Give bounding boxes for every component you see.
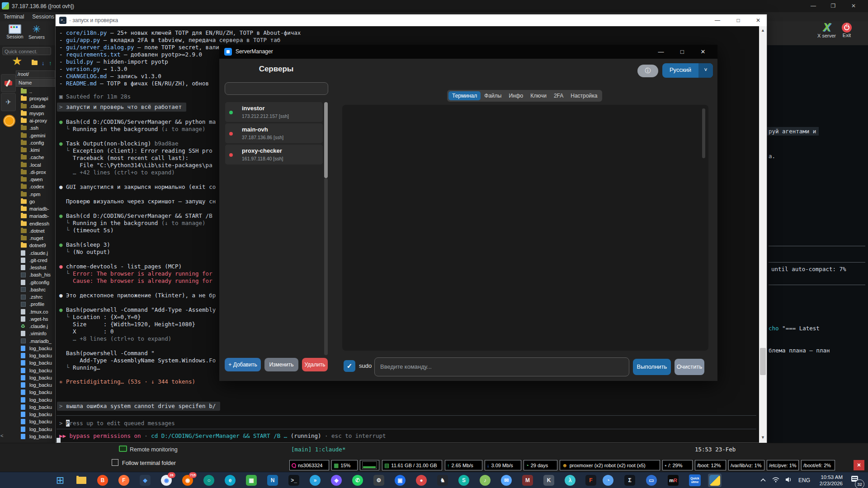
output-scroll-thumb[interactable] [702,108,705,158]
language-indicator[interactable]: ENG [798,477,810,483]
notification-count-badge[interactable]: 32 [855,479,864,488]
file-row[interactable]: log_backu [16,367,55,374]
file-row[interactable]: mariadb- [16,205,55,212]
file-row[interactable]: .tmux.co [16,308,55,315]
app-icon[interactable]: ◆ [138,474,152,487]
upload-icon[interactable]: ↑ [49,60,52,66]
file-row[interactable]: log_backu [16,345,55,352]
start-icon[interactable]: ⊞ [53,474,67,487]
file-row[interactable]: log_backu [16,411,55,418]
close-button[interactable]: ✕ [749,16,767,25]
app-icon[interactable]: K [542,474,556,487]
file-row[interactable]: log_backu [16,352,55,359]
file-row[interactable]: .mariadb_ [16,338,55,345]
server-item-investor[interactable]: investor173.212.212.157 [ssh] [225,102,323,122]
chrome-icon[interactable]: ◉26 [160,474,173,487]
name-column-header[interactable]: Name [16,79,55,87]
file-row[interactable]: ♻.claude.j [16,323,55,330]
telegram-icon[interactable]: » [308,474,322,487]
menu-terminal[interactable]: Terminal [4,14,24,20]
sudo-checkbox[interactable]: ✓ [344,360,355,372]
file-row[interactable]: endlessh [16,220,55,227]
tools-button[interactable] [1,74,16,92]
figma-icon[interactable]: F [584,474,598,487]
path-input[interactable]: /root/ [16,70,55,78]
x-server-button[interactable]: X X server [817,22,836,38]
app-icon[interactable]: ▣ [393,474,407,487]
file-row[interactable]: .gemini [16,132,55,139]
globe-icon[interactable] [3,115,15,127]
file-row[interactable]: .viminfo [16,330,55,337]
file-row[interactable]: .git-cred [16,257,55,264]
file-row[interactable]: log_backu [16,418,55,425]
file-row[interactable]: proxyapi [16,95,55,102]
command-input[interactable]: Введите команду... [374,357,629,376]
file-row[interactable]: .cache [16,154,55,161]
file-row[interactable]: .claude [16,103,55,110]
taskbar-clock[interactable]: 10:53 AM 2/23/2026 [820,474,843,487]
file-row[interactable]: .bashrc [16,286,55,293]
file-row[interactable]: dotnet9 [16,242,55,249]
file-row[interactable]: myvpn [16,110,55,117]
minimize-button[interactable]: — [806,1,821,10]
file-row[interactable]: .nuget [16,235,55,242]
tab-Файлы[interactable]: Файлы [481,91,505,100]
file-row[interactable]: log_backu [16,404,55,411]
file-row[interactable]: mariadb- [16,212,55,220]
info-button[interactable]: ⓘ [637,65,658,77]
app-icon[interactable]: ● [415,474,428,487]
file-row[interactable]: .gitconfig [16,279,55,286]
exit-button[interactable]: Exit [842,23,852,38]
terminal-icon[interactable]: >_ [287,474,301,487]
menu-sessions[interactable]: Sessions [32,14,54,20]
language-dropdown[interactable]: Русский ˅ [662,63,713,78]
session-button[interactable]: Session [5,24,25,39]
restore-button[interactable]: ❐ [826,1,841,10]
hscroll-left-arrow[interactable]: < [0,433,55,439]
file-row[interactable]: log_backu [16,374,55,381]
file-row[interactable]: .local [16,161,55,169]
app-icon[interactable]: S [457,474,471,487]
chromium-icon[interactable]: ◔ [601,474,615,487]
file-row[interactable]: log_backu [16,389,55,396]
delete-server-button[interactable]: Удалить [302,358,328,371]
explorer-icon[interactable] [75,474,88,487]
file-row[interactable]: .config [16,139,55,146]
close-button[interactable]: ✕ [695,47,711,57]
app-icon[interactable]: ▦ [245,474,258,487]
servers-button[interactable]: ✳ Servers [26,24,47,40]
tab-Инфо[interactable]: Инфо [505,91,527,100]
add-server-button[interactable]: + Добавить [225,358,261,371]
monitor-icon[interactable]: ▭ [645,474,658,487]
servermanager-titlebar[interactable]: ServerManager — □ ✕ [219,45,717,59]
file-row[interactable]: log_backu [16,359,55,366]
background-terminal[interactable]: руй агентами иа.until auto-compact: 7%ch… [767,45,868,458]
file-row[interactable]: .kimi [16,146,55,154]
app-icon[interactable]: ○ [202,474,216,487]
file-row[interactable]: .lesshst [16,264,55,271]
tab-Настройка[interactable]: Настройка [567,91,601,100]
whatsapp-icon[interactable]: ✆ [351,474,364,487]
remote-monitoring-toggle[interactable]: Remote monitoring [119,446,178,453]
mremoteng-icon[interactable]: mR [666,474,680,487]
minimize-button[interactable]: — [653,47,669,57]
speaker-icon[interactable] [785,477,792,483]
app-icon[interactable]: ◆ [330,474,343,487]
close-button[interactable]: ✕ [846,1,861,10]
file-row[interactable]: .zshrc [16,293,55,300]
file-row[interactable]: .codex [16,183,55,190]
server-item-main-ovh[interactable]: main-ovh37.187.136.86 [ssh] [225,123,323,143]
tab-2FA[interactable]: 2FA [550,91,567,100]
run-button[interactable]: Выполнить [633,359,671,375]
firefox-icon[interactable]: F [117,474,131,487]
terminal-titlebar[interactable]: >_ · запуск и проверка — □ ✕ [56,14,767,26]
plane-button[interactable]: ✈ [1,93,16,111]
app-icon[interactable]: ♞ [436,474,449,487]
app-icon[interactable]: λ [563,474,577,487]
file-row[interactable]: ai-proxy [16,117,55,124]
terminal-output-box[interactable] [342,105,708,351]
favorites-star-icon[interactable]: ★ [12,55,22,67]
minimize-button[interactable]: — [708,16,726,25]
chevron-down-icon[interactable]: ˅ [698,63,713,78]
wifi-icon[interactable] [772,477,779,483]
